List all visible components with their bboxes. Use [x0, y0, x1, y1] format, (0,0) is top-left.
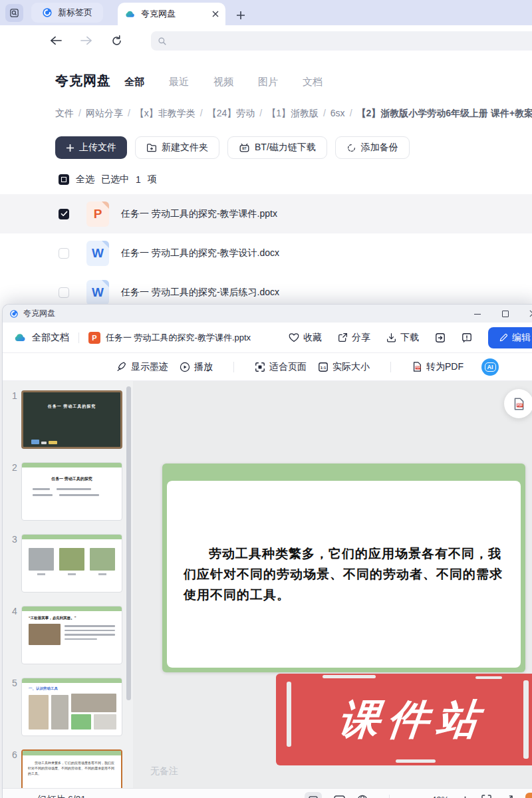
share-button[interactable]: 分享 — [338, 332, 370, 344]
zoom-in-icon[interactable] — [461, 795, 469, 798]
add-backup-button[interactable]: 添加备份 — [335, 136, 410, 159]
ppt-file-icon: P — [86, 201, 109, 227]
fit-page-button[interactable]: 适合页面 — [255, 361, 307, 373]
show-ink-button[interactable]: 显示墨迹 — [116, 361, 168, 373]
breadcrumb-item[interactable]: 6sx — [331, 108, 345, 120]
ink-pen-icon — [116, 361, 127, 372]
breadcrumb-item[interactable]: 网站分享 — [86, 108, 123, 120]
ai-assistant-button[interactable]: AI — [481, 358, 499, 376]
plus-icon — [66, 144, 74, 152]
thumb-canvas[interactable] — [21, 534, 122, 593]
thumb-canvas[interactable]: 任务一 劳动工具的探究 — [21, 462, 122, 521]
breadcrumb-item[interactable]: 文件 — [55, 108, 74, 120]
thumb-canvas[interactable]: 一、认识劳动工具 — [21, 678, 122, 736]
browser-tab-bar: 新标签页 夸克网盘 — [0, 0, 532, 25]
tab-all[interactable]: 全部 — [124, 76, 144, 88]
search-icon — [158, 37, 167, 46]
file-checkbox[interactable] — [59, 248, 69, 259]
file-checkbox[interactable] — [59, 287, 69, 298]
slide-thumbnail-4[interactable]: 4 “工欲善其事，必先利其器。” — [3, 606, 133, 664]
new-folder-button[interactable]: 新建文件夹 — [135, 136, 219, 159]
breadcrumb-separator: / — [259, 108, 262, 120]
close-window-icon[interactable] — [529, 310, 532, 318]
tab-document[interactable]: 文档 — [303, 76, 323, 88]
close-tab-icon[interactable] — [212, 11, 219, 17]
svg-text:PDF: PDF — [416, 366, 421, 369]
select-all-checkbox[interactable] — [59, 174, 69, 185]
file-name[interactable]: 任务一 劳动工具的探究-教学设计.docx — [121, 247, 279, 259]
slide-indicator: 幻灯片 6/21 — [37, 794, 86, 798]
slide-body-text: 劳动工具种类繁多，它们的应用场景各有不同，我们应针对不同的劳动场景、不同的劳动者… — [184, 543, 504, 605]
feedback-icon[interactable] — [462, 332, 472, 343]
file-list: P 任务一 劳动工具的探究-教学课件.pptx W 任务一 劳动工具的探究-教学… — [0, 194, 532, 305]
all-documents-link[interactable]: 全部文档 — [32, 332, 69, 344]
new-tab-icon[interactable] — [236, 11, 245, 20]
tool-label: 显示墨迹 — [131, 361, 168, 373]
convert-to-pdf-button[interactable]: PDF 转为PDF — [412, 361, 464, 373]
breadcrumb-item[interactable]: 【x】非教学类 — [135, 108, 196, 120]
tab-video[interactable]: 视频 — [213, 76, 233, 88]
bt-magnet-download-button[interactable]: BT BT/磁力链下载 — [227, 136, 327, 159]
slide-thumbnail-5[interactable]: 5 一、认识劳动工具 — [3, 678, 133, 736]
thumb-canvas[interactable]: “工欲善其事，必先利其器。” — [21, 606, 122, 664]
file-row[interactable]: W 任务一 劳动工具的探究-课后练习.docx — [0, 273, 532, 305]
slide-thumbnail-1[interactable]: 1 任务一 劳动工具的探究 — [3, 390, 133, 449]
chalk-decoration — [31, 440, 57, 444]
back-icon[interactable] — [50, 35, 62, 46]
tool-label: 实际大小 — [332, 361, 370, 373]
viewer-body: 1 任务一 劳动工具的探究 2 任务一 劳动工具的探究 — [3, 381, 532, 798]
minimize-icon[interactable] — [473, 310, 481, 318]
maximize-icon[interactable] — [501, 310, 509, 318]
refresh-icon[interactable] — [111, 35, 122, 47]
viewer-titlebar[interactable]: 夸克网盘 — [3, 305, 532, 323]
forward-icon[interactable] — [80, 35, 92, 46]
save-to-drive-icon[interactable] — [435, 332, 446, 343]
photo-placeholder — [29, 624, 61, 645]
file-name[interactable]: 任务一 劳动工具的探究-教学课件.pptx — [121, 208, 277, 220]
tab-image[interactable]: 图片 — [258, 76, 278, 88]
ai-label: AI — [485, 362, 496, 372]
thumbnail-panel: 1 任务一 劳动工具的探究 2 任务一 劳动工具的探究 — [3, 381, 133, 798]
button-label: 编辑 — [512, 332, 531, 344]
notes-panel-icon[interactable] — [334, 795, 345, 798]
thumb-number: 6 — [12, 749, 17, 760]
address-search-bar[interactable] — [151, 31, 532, 51]
thumbnail-scrollbar[interactable] — [126, 386, 131, 700]
corner-badge[interactable] — [525, 793, 532, 798]
edit-button[interactable]: 编辑 — [488, 327, 532, 348]
play-button[interactable]: 播放 — [180, 361, 213, 373]
file-name[interactable]: 任务一 劳动工具的探究-课后练习.docx — [121, 287, 279, 299]
file-checkbox[interactable] — [59, 209, 69, 219]
file-row[interactable]: P 任务一 劳动工具的探究-教学课件.pptx — [0, 194, 532, 233]
thumb-number: 2 — [12, 462, 17, 473]
actual-size-button[interactable]: 1:1 实际大小 — [318, 361, 370, 373]
translate-globe-icon[interactable] — [357, 795, 368, 798]
fullscreen-icon[interactable] — [503, 795, 513, 798]
breadcrumb-item[interactable]: 【24】劳动 — [207, 108, 255, 120]
breadcrumb-item[interactable]: 【1】浙教版 — [267, 108, 319, 120]
sidebar-panel-icon[interactable] — [5, 4, 23, 22]
notes-placeholder: 无备注 — [150, 765, 178, 777]
pdf-floating-button[interactable]: PDF — [504, 389, 532, 418]
tab-new-page[interactable]: 新标签页 — [31, 3, 103, 23]
file-row[interactable]: W 任务一 劳动工具的探究-教学设计.docx — [0, 233, 532, 273]
drive-cloud-icon — [13, 331, 27, 344]
download-button[interactable]: 下载 — [386, 332, 419, 344]
search-input[interactable] — [172, 36, 532, 46]
slide-thumbnail-2[interactable]: 2 任务一 劳动工具的探究 — [3, 462, 133, 521]
zoom-out-icon[interactable] — [411, 795, 420, 798]
thumb-canvas[interactable]: 任务一 劳动工具的探究 — [21, 390, 122, 449]
fit-screen-icon[interactable] — [481, 795, 491, 798]
grid-view-icon[interactable] — [305, 792, 322, 798]
thumb-title: 任务一 劳动工具的探究 — [22, 476, 122, 482]
heart-icon — [289, 332, 299, 342]
select-all-label[interactable]: 全选 — [76, 174, 94, 186]
slide-thumbnail-3[interactable]: 3 — [3, 534, 133, 593]
tool-label: 转为PDF — [426, 361, 464, 373]
slide-header-bar — [23, 751, 121, 755]
tab-quark-drive[interactable]: 夸克网盘 — [118, 3, 225, 25]
favorite-button[interactable]: 收藏 — [289, 332, 322, 344]
slide-stage: 劳动工具种类繁多，它们的应用场景各有不同，我们应针对不同的劳动场景、不同的劳动者… — [133, 381, 532, 798]
tab-recent[interactable]: 最近 — [169, 76, 189, 88]
upload-file-button[interactable]: 上传文件 — [55, 136, 127, 159]
